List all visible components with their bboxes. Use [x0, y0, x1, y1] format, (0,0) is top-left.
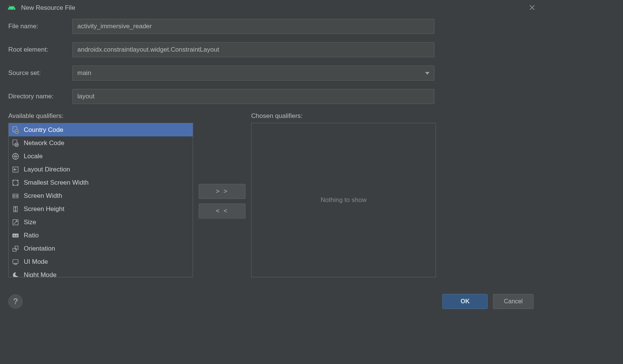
- chosen-qualifiers-panel: Nothing to show: [251, 123, 436, 277]
- list-item-label: Orientation: [24, 245, 55, 252]
- cancel-button[interactable]: Cancel: [493, 294, 534, 309]
- qualifier-panels: Country CodeNetwork CodeLocaleLayout Dir…: [8, 123, 534, 277]
- list-item[interactable]: Network Code: [9, 136, 193, 150]
- list-item[interactable]: Screen Width: [9, 189, 193, 202]
- transfer-buttons: > > < <: [193, 123, 251, 277]
- list-item[interactable]: Layout Direction: [9, 163, 193, 176]
- available-qualifiers-list: Country CodeNetwork CodeLocaleLayout Dir…: [8, 123, 193, 277]
- available-qualifiers-label: Available qualifiers:: [8, 112, 193, 120]
- list-item[interactable]: Country Code: [9, 123, 193, 136]
- qualifier-headers: Available qualifiers: Chosen qualifiers:: [8, 112, 534, 123]
- svg-rect-15: [14, 263, 17, 265]
- list-item-label: Size: [24, 219, 36, 226]
- android-icon: [8, 4, 16, 12]
- root-element-row: Root element:: [8, 42, 534, 57]
- available-qualifiers-scroll[interactable]: Country CodeNetwork CodeLocaleLayout Dir…: [9, 123, 193, 277]
- list-item-label: Country Code: [24, 126, 63, 134]
- source-set-select[interactable]: main: [72, 66, 434, 81]
- titlebar: New Resource File: [0, 0, 542, 17]
- chevron-down-icon: [425, 69, 430, 77]
- list-item-label: UI Mode: [24, 258, 48, 266]
- ok-button[interactable]: OK: [442, 294, 488, 309]
- chosen-qualifiers-label: Chosen qualifiers:: [251, 112, 302, 120]
- list-item-label: Ratio: [24, 232, 39, 239]
- help-button[interactable]: ?: [8, 294, 23, 309]
- root-element-label: Root element:: [8, 46, 72, 54]
- list-item-label: Network Code: [24, 139, 64, 147]
- doc-globe-icon: [11, 125, 20, 135]
- qualifiers-area: Available qualifiers: Chosen qualifiers:…: [8, 112, 534, 289]
- orientation-icon: [11, 244, 20, 253]
- close-icon[interactable]: [529, 5, 536, 11]
- file-name-input[interactable]: [72, 19, 434, 34]
- list-item-label: Layout Direction: [24, 166, 70, 173]
- dialog-footer: ? OK Cancel: [0, 289, 542, 317]
- directory-name-row: Directory name:: [8, 89, 534, 104]
- svg-rect-14: [13, 260, 18, 263]
- new-resource-file-dialog: New Resource File File name: Root elemen…: [0, 0, 542, 317]
- source-set-label: Source set:: [8, 69, 72, 77]
- expand-horiz-icon: [11, 191, 20, 200]
- doc-globe-icon: [11, 139, 20, 148]
- svg-rect-12: [13, 248, 16, 251]
- root-element-input[interactable]: [72, 42, 434, 57]
- nothing-to-show-label: Nothing to show: [321, 196, 367, 204]
- list-item-label: Smallest Screen Width: [24, 179, 89, 187]
- list-item[interactable]: Screen Height: [9, 202, 193, 216]
- expand-diag-icon: [11, 178, 20, 187]
- add-qualifier-button[interactable]: > >: [199, 184, 246, 199]
- list-item-label: Screen Width: [24, 192, 62, 200]
- list-item[interactable]: Locale: [9, 150, 193, 163]
- list-item-label: Night Mode: [24, 271, 57, 277]
- list-item[interactable]: Smallest Screen Width: [9, 176, 193, 189]
- directory-name-input[interactable]: [72, 89, 434, 104]
- list-item[interactable]: UI Mode: [9, 255, 193, 268]
- list-item[interactable]: 4:3Ratio: [9, 229, 193, 242]
- list-item[interactable]: Orientation: [9, 242, 193, 255]
- file-name-label: File name:: [8, 23, 72, 30]
- list-item[interactable]: Size: [9, 216, 193, 229]
- svg-rect-13: [15, 246, 18, 249]
- night-icon: [11, 271, 20, 277]
- expand-vert-icon: [11, 205, 20, 214]
- svg-text:4:3: 4:3: [13, 234, 18, 237]
- list-item-label: Screen Height: [24, 205, 64, 213]
- diag-arrow-icon: [11, 218, 20, 227]
- remove-qualifier-button[interactable]: < <: [199, 203, 246, 219]
- ratio-icon: 4:3: [11, 231, 20, 240]
- source-set-row: Source set: main: [8, 66, 534, 81]
- dialog-title: New Resource File: [21, 4, 75, 12]
- globe-icon: [11, 152, 20, 161]
- directory-name-label: Directory name:: [8, 93, 72, 100]
- list-item-label: Locale: [24, 153, 43, 160]
- file-name-row: File name:: [8, 19, 534, 34]
- arrow-left-icon: [11, 165, 20, 174]
- list-item[interactable]: Night Mode: [9, 268, 193, 277]
- dialog-content: File name: Root element: Source set: mai…: [0, 17, 542, 289]
- source-set-value: main: [77, 69, 91, 77]
- ui-mode-icon: [11, 257, 20, 266]
